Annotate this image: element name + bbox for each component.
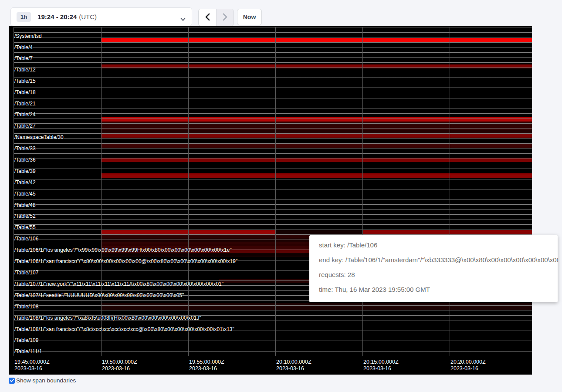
heatmap-band[interactable] [101, 143, 532, 148]
time-gridline [275, 27, 276, 356]
span-label: /Table/39 [14, 168, 36, 174]
heatmap-band[interactable] [101, 158, 532, 162]
span-label: /Table/15 [14, 78, 36, 84]
tick-time-label: 20:10:00.000Z [276, 359, 311, 365]
time-gridline [450, 27, 450, 356]
prev-time-button[interactable] [199, 9, 216, 26]
heatmap-band[interactable] [101, 38, 532, 42]
time-axis-tick: 19:50:00.000Z2023-03-16 [102, 359, 137, 372]
hover-tooltip: start key: /Table/106 end key: /Table/10… [309, 235, 558, 302]
time-gridline [14, 27, 14, 356]
span-label: /Table/36 [14, 157, 36, 163]
span-label: /Table/109 [14, 337, 38, 343]
span-label: /Table/12 [14, 67, 36, 73]
span-label: /NamespaceTable/30 [14, 134, 64, 140]
time-gridline [188, 27, 189, 356]
tick-time-label: 20:20:00.000Z [450, 359, 486, 365]
heatmap-band[interactable] [101, 122, 532, 126]
duration-badge: 1h [17, 12, 31, 22]
tooltip-end-key: end key: /Table/106/1/"amsterdam"/"\xb33… [309, 255, 558, 264]
tick-time-label: 20:15:00.000Z [363, 359, 399, 365]
next-time-button[interactable] [216, 9, 234, 26]
span-label: /Table/52 [14, 213, 36, 219]
heatmap-band[interactable] [362, 230, 532, 234]
time-axis-tick: 19:55:00.000Z2023-03-16 [189, 359, 224, 372]
span-label: /Table/55 [14, 224, 36, 230]
tick-date-label: 2023-03-16 [276, 365, 311, 372]
span-label: /Table/106/1/"los angeles"/"\x99\x99\x99… [14, 247, 232, 253]
tick-time-label: 19:45:00.000Z [14, 359, 50, 365]
time-range-label: 19:24 - 20:24 [37, 13, 77, 20]
tick-date-label: 2023-03-16 [102, 365, 137, 372]
tick-date-label: 2023-03-16 [14, 365, 50, 372]
span-label: /Table/48 [14, 202, 36, 208]
span-label: /Table/106 [14, 236, 38, 242]
span-label: /Table/33 [14, 145, 36, 152]
span-label: /Table/24 [14, 112, 36, 118]
time-axis-tick: 20:15:00.000Z2023-03-16 [363, 359, 399, 372]
tick-time-label: 19:55:00.000Z [189, 359, 224, 365]
check-icon [10, 377, 14, 385]
tooltip-time: time: Thu, 16 Mar 2023 19:55:00 GMT [309, 285, 558, 294]
tick-time-label: 19:50:00.000Z [102, 359, 137, 365]
heatmap-band[interactable] [101, 64, 532, 68]
tooltip-start-key: start key: /Table/106 [309, 240, 558, 250]
heatmap-band[interactable] [101, 303, 532, 306]
time-axis-tick: 19:45:00.000Z2023-03-16 [14, 359, 50, 372]
span-label: /Table/27 [14, 123, 36, 129]
span-label: /Table/45 [14, 191, 36, 197]
span-label: /Table/42 [14, 179, 36, 186]
chevron-down-icon [180, 15, 186, 23]
chevron-right-icon [222, 13, 228, 22]
span-boundaries-toggle-row: Show span boundaries [9, 377, 76, 384]
span-label: /Table/18 [14, 89, 36, 95]
heatmap-band[interactable] [101, 126, 532, 130]
timezone-label: (UTC) [79, 13, 97, 20]
heatmap-band[interactable] [101, 130, 532, 134]
time-gridline [101, 27, 102, 356]
time-nav-group [198, 9, 234, 26]
checkbox-label: Show span boundaries [16, 377, 76, 384]
span-label: /Table/108/1/"san francisco"/"\x8c\xcc\x… [14, 326, 234, 332]
span-label: /Table/108 [14, 304, 38, 310]
chevron-left-icon [205, 13, 210, 22]
heatmap-band[interactable] [101, 134, 532, 138]
span-label: /Table/111/1 [14, 348, 42, 355]
tick-date-label: 2023-03-16 [450, 365, 486, 372]
heatmap-band[interactable] [101, 173, 532, 178]
span-label: /Table/21 [14, 101, 36, 107]
key-visualizer-canvas[interactable]: /System/tsd/Table/4/Table/7/Table/12/Tab… [9, 26, 532, 375]
time-axis-tick: 20:20:00.000Z2023-03-16 [450, 359, 486, 372]
heatmap-band[interactable] [275, 230, 362, 234]
heatmap-band[interactable] [101, 117, 532, 122]
span-label: /Table/4 [14, 44, 33, 51]
now-button[interactable]: Now [237, 9, 262, 25]
time-axis-tick: 20:10:00.000Z2023-03-16 [276, 359, 311, 372]
time-range-selector[interactable]: 1h 19:24 - 20:24 (UTC) [10, 7, 192, 26]
heatmap-band[interactable] [101, 306, 532, 310]
span-label: /Table/107/1/"new york"/"\x11\x11\x11\x1… [14, 281, 223, 287]
tooltip-requests: requests: 28 [309, 270, 558, 279]
span-label: /Table/7 [14, 55, 33, 61]
span-label: /Table/107 [14, 270, 38, 276]
tick-date-label: 2023-03-16 [363, 365, 399, 372]
span-label: /Table/108/1/"los angeles"/"\xa8\xf5\u00… [14, 315, 201, 321]
span-label: /System/tsd [14, 33, 42, 39]
span-label: /Table/106/1/"san francisco"/"\x80\x00\x… [14, 258, 237, 264]
span-label: /Table/107/1/"seattle"/"UUUUUUD\x00\x80\… [14, 292, 184, 298]
show-span-boundaries-checkbox[interactable] [9, 378, 15, 384]
time-gridline [362, 27, 363, 356]
tick-date-label: 2023-03-16 [189, 365, 224, 372]
